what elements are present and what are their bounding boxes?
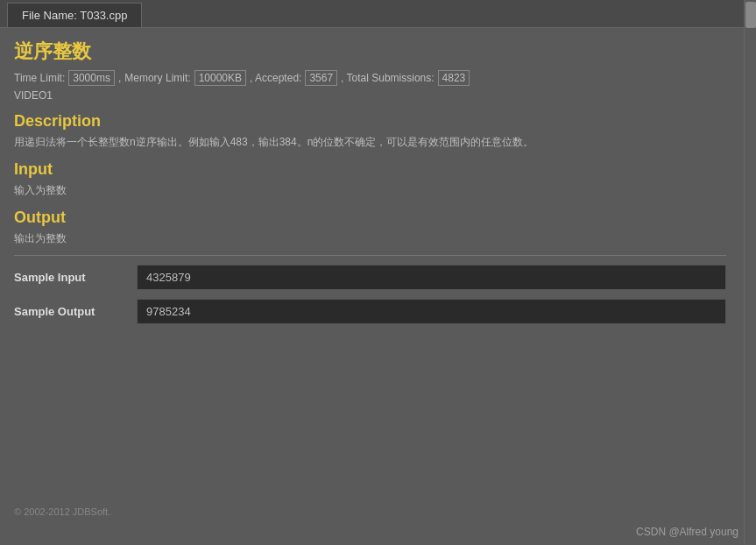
scrollbar[interactable] — [744, 0, 756, 545]
sample-output-box: 9785234 — [137, 299, 726, 324]
tab-bar: File Name: T033.cpp — [0, 0, 756, 28]
time-limit-value: 3000ms — [68, 70, 115, 86]
sample-input-row: Sample Input 4325879 — [14, 265, 726, 290]
sample-input-label: Sample Input — [14, 271, 137, 284]
sample-output-row: Sample Output 9785234 — [14, 299, 726, 324]
memory-limit-value: 10000KB — [194, 70, 246, 86]
output-body: 输出为整数 — [14, 230, 726, 246]
input-title: Input — [14, 160, 726, 179]
scrollbar-thumb[interactable] — [745, 2, 756, 28]
time-limit-label: Time Limit: — [14, 72, 65, 84]
file-tab[interactable]: File Name: T033.cpp — [7, 3, 142, 27]
footer-copyright: © 2002-2012 JDBSoft. — [14, 506, 110, 517]
memory-limit-label: Memory Limit: — [124, 72, 190, 84]
meta-line: Time Limit: 3000ms , Memory Limit: 10000… — [14, 70, 726, 86]
description-body: 用递归法将一个长整型数n逆序输出。例如输入483，输出384。n的位数不确定，可… — [14, 134, 726, 150]
sample-input-box: 4325879 — [137, 265, 726, 290]
comma1: , — [118, 72, 121, 84]
tab-label: File Name: T033.cpp — [22, 9, 127, 22]
description-title: Description — [14, 112, 726, 131]
output-title: Output — [14, 209, 726, 227]
accepted-value: 3567 — [305, 70, 337, 86]
watermark: CSDN @Alfred young — [636, 526, 738, 538]
problem-title: 逆序整数 — [14, 39, 726, 65]
sample-output-label: Sample Output — [14, 305, 137, 318]
submissions-value: 4823 — [438, 70, 470, 86]
comma2: , Accepted: — [250, 72, 301, 84]
comma3: , Total Submissions: — [341, 72, 435, 84]
divider — [14, 255, 726, 256]
main-content: 逆序整数 Time Limit: 3000ms , Memory Limit: … — [0, 28, 744, 545]
input-body: 输入为整数 — [14, 182, 726, 198]
video-label: VIDEO1 — [14, 89, 726, 102]
